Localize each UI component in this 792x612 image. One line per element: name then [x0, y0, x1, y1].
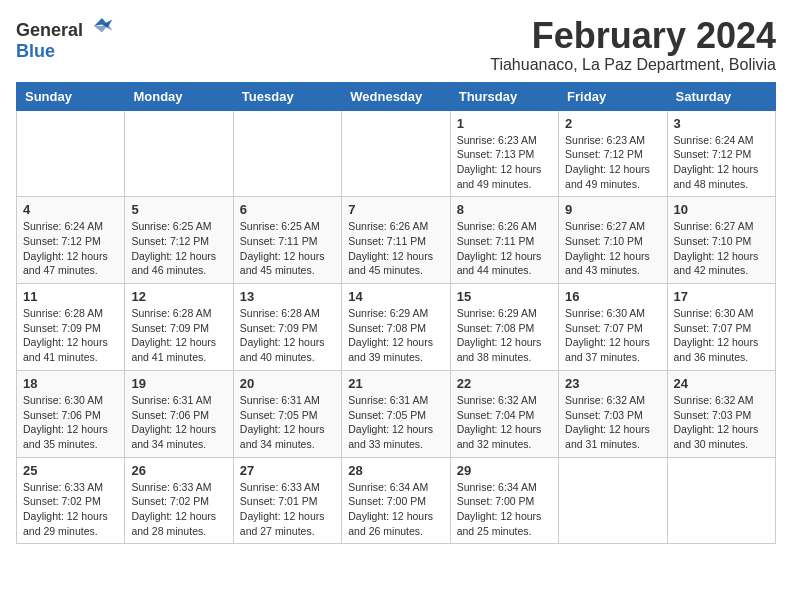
- logo-text: General Blue: [16, 16, 114, 62]
- day-info: Sunrise: 6:27 AM Sunset: 7:10 PM Dayligh…: [565, 219, 660, 278]
- day-number: 29: [457, 463, 552, 478]
- header-day-sunday: Sunday: [17, 82, 125, 110]
- calendar-week-row: 25Sunrise: 6:33 AM Sunset: 7:02 PM Dayli…: [17, 457, 776, 544]
- day-number: 5: [131, 202, 226, 217]
- day-info: Sunrise: 6:25 AM Sunset: 7:11 PM Dayligh…: [240, 219, 335, 278]
- calendar-cell: 3Sunrise: 6:24 AM Sunset: 7:12 PM Daylig…: [667, 110, 775, 197]
- day-number: 19: [131, 376, 226, 391]
- calendar-cell: 17Sunrise: 6:30 AM Sunset: 7:07 PM Dayli…: [667, 284, 775, 371]
- logo: General Blue: [16, 16, 114, 62]
- day-number: 2: [565, 116, 660, 131]
- day-info: Sunrise: 6:31 AM Sunset: 7:05 PM Dayligh…: [348, 393, 443, 452]
- day-number: 9: [565, 202, 660, 217]
- calendar-cell: 25Sunrise: 6:33 AM Sunset: 7:02 PM Dayli…: [17, 457, 125, 544]
- day-info: Sunrise: 6:33 AM Sunset: 7:02 PM Dayligh…: [131, 480, 226, 539]
- day-number: 10: [674, 202, 769, 217]
- day-info: Sunrise: 6:29 AM Sunset: 7:08 PM Dayligh…: [457, 306, 552, 365]
- calendar-cell: 10Sunrise: 6:27 AM Sunset: 7:10 PM Dayli…: [667, 197, 775, 284]
- day-info: Sunrise: 6:30 AM Sunset: 7:07 PM Dayligh…: [674, 306, 769, 365]
- day-info: Sunrise: 6:31 AM Sunset: 7:06 PM Dayligh…: [131, 393, 226, 452]
- day-info: Sunrise: 6:33 AM Sunset: 7:01 PM Dayligh…: [240, 480, 335, 539]
- header-day-thursday: Thursday: [450, 82, 558, 110]
- day-info: Sunrise: 6:33 AM Sunset: 7:02 PM Dayligh…: [23, 480, 118, 539]
- page-title: February 2024: [490, 16, 776, 56]
- calendar-cell: [667, 457, 775, 544]
- calendar-cell: 13Sunrise: 6:28 AM Sunset: 7:09 PM Dayli…: [233, 284, 341, 371]
- day-info: Sunrise: 6:24 AM Sunset: 7:12 PM Dayligh…: [674, 133, 769, 192]
- day-number: 1: [457, 116, 552, 131]
- header-day-friday: Friday: [559, 82, 667, 110]
- calendar-cell: 19Sunrise: 6:31 AM Sunset: 7:06 PM Dayli…: [125, 370, 233, 457]
- calendar-cell: [342, 110, 450, 197]
- calendar-cell: 9Sunrise: 6:27 AM Sunset: 7:10 PM Daylig…: [559, 197, 667, 284]
- day-info: Sunrise: 6:26 AM Sunset: 7:11 PM Dayligh…: [348, 219, 443, 278]
- day-number: 20: [240, 376, 335, 391]
- day-info: Sunrise: 6:34 AM Sunset: 7:00 PM Dayligh…: [348, 480, 443, 539]
- calendar-cell: 16Sunrise: 6:30 AM Sunset: 7:07 PM Dayli…: [559, 284, 667, 371]
- day-number: 8: [457, 202, 552, 217]
- header-day-saturday: Saturday: [667, 82, 775, 110]
- day-info: Sunrise: 6:34 AM Sunset: 7:00 PM Dayligh…: [457, 480, 552, 539]
- calendar-cell: [17, 110, 125, 197]
- day-info: Sunrise: 6:28 AM Sunset: 7:09 PM Dayligh…: [131, 306, 226, 365]
- day-info: Sunrise: 6:28 AM Sunset: 7:09 PM Dayligh…: [240, 306, 335, 365]
- header-day-tuesday: Tuesday: [233, 82, 341, 110]
- calendar-cell: 11Sunrise: 6:28 AM Sunset: 7:09 PM Dayli…: [17, 284, 125, 371]
- calendar-cell: [233, 110, 341, 197]
- calendar-cell: 28Sunrise: 6:34 AM Sunset: 7:00 PM Dayli…: [342, 457, 450, 544]
- day-info: Sunrise: 6:32 AM Sunset: 7:04 PM Dayligh…: [457, 393, 552, 452]
- calendar-cell: 26Sunrise: 6:33 AM Sunset: 7:02 PM Dayli…: [125, 457, 233, 544]
- day-number: 26: [131, 463, 226, 478]
- calendar-cell: [559, 457, 667, 544]
- day-number: 23: [565, 376, 660, 391]
- logo-bird-icon: [90, 16, 114, 36]
- day-info: Sunrise: 6:25 AM Sunset: 7:12 PM Dayligh…: [131, 219, 226, 278]
- header-day-wednesday: Wednesday: [342, 82, 450, 110]
- calendar-cell: 12Sunrise: 6:28 AM Sunset: 7:09 PM Dayli…: [125, 284, 233, 371]
- calendar-cell: 14Sunrise: 6:29 AM Sunset: 7:08 PM Dayli…: [342, 284, 450, 371]
- page-subtitle: Tiahuanaco, La Paz Department, Bolivia: [490, 56, 776, 74]
- calendar-cell: 2Sunrise: 6:23 AM Sunset: 7:12 PM Daylig…: [559, 110, 667, 197]
- calendar-cell: 8Sunrise: 6:26 AM Sunset: 7:11 PM Daylig…: [450, 197, 558, 284]
- day-info: Sunrise: 6:23 AM Sunset: 7:12 PM Dayligh…: [565, 133, 660, 192]
- calendar-cell: 15Sunrise: 6:29 AM Sunset: 7:08 PM Dayli…: [450, 284, 558, 371]
- day-info: Sunrise: 6:28 AM Sunset: 7:09 PM Dayligh…: [23, 306, 118, 365]
- calendar-cell: 4Sunrise: 6:24 AM Sunset: 7:12 PM Daylig…: [17, 197, 125, 284]
- day-number: 4: [23, 202, 118, 217]
- day-number: 15: [457, 289, 552, 304]
- day-info: Sunrise: 6:32 AM Sunset: 7:03 PM Dayligh…: [674, 393, 769, 452]
- calendar-header-row: SundayMondayTuesdayWednesdayThursdayFrid…: [17, 82, 776, 110]
- calendar-table: SundayMondayTuesdayWednesdayThursdayFrid…: [16, 82, 776, 545]
- calendar-cell: 7Sunrise: 6:26 AM Sunset: 7:11 PM Daylig…: [342, 197, 450, 284]
- day-info: Sunrise: 6:24 AM Sunset: 7:12 PM Dayligh…: [23, 219, 118, 278]
- day-info: Sunrise: 6:30 AM Sunset: 7:07 PM Dayligh…: [565, 306, 660, 365]
- day-number: 24: [674, 376, 769, 391]
- title-area: February 2024 Tiahuanaco, La Paz Departm…: [490, 16, 776, 74]
- calendar-week-row: 11Sunrise: 6:28 AM Sunset: 7:09 PM Dayli…: [17, 284, 776, 371]
- calendar-week-row: 18Sunrise: 6:30 AM Sunset: 7:06 PM Dayli…: [17, 370, 776, 457]
- day-info: Sunrise: 6:29 AM Sunset: 7:08 PM Dayligh…: [348, 306, 443, 365]
- calendar-cell: 22Sunrise: 6:32 AM Sunset: 7:04 PM Dayli…: [450, 370, 558, 457]
- day-number: 12: [131, 289, 226, 304]
- calendar-week-row: 1Sunrise: 6:23 AM Sunset: 7:13 PM Daylig…: [17, 110, 776, 197]
- day-number: 13: [240, 289, 335, 304]
- day-number: 3: [674, 116, 769, 131]
- day-number: 11: [23, 289, 118, 304]
- logo-general: General: [16, 20, 83, 40]
- calendar-cell: 18Sunrise: 6:30 AM Sunset: 7:06 PM Dayli…: [17, 370, 125, 457]
- day-number: 18: [23, 376, 118, 391]
- calendar-cell: 23Sunrise: 6:32 AM Sunset: 7:03 PM Dayli…: [559, 370, 667, 457]
- calendar-cell: 6Sunrise: 6:25 AM Sunset: 7:11 PM Daylig…: [233, 197, 341, 284]
- day-number: 21: [348, 376, 443, 391]
- day-info: Sunrise: 6:26 AM Sunset: 7:11 PM Dayligh…: [457, 219, 552, 278]
- day-number: 16: [565, 289, 660, 304]
- calendar-cell: 27Sunrise: 6:33 AM Sunset: 7:01 PM Dayli…: [233, 457, 341, 544]
- calendar-cell: 29Sunrise: 6:34 AM Sunset: 7:00 PM Dayli…: [450, 457, 558, 544]
- day-number: 6: [240, 202, 335, 217]
- day-number: 27: [240, 463, 335, 478]
- day-number: 14: [348, 289, 443, 304]
- day-number: 7: [348, 202, 443, 217]
- header: General Blue February 2024 Tiahuanaco, L…: [16, 16, 776, 74]
- day-info: Sunrise: 6:23 AM Sunset: 7:13 PM Dayligh…: [457, 133, 552, 192]
- day-number: 22: [457, 376, 552, 391]
